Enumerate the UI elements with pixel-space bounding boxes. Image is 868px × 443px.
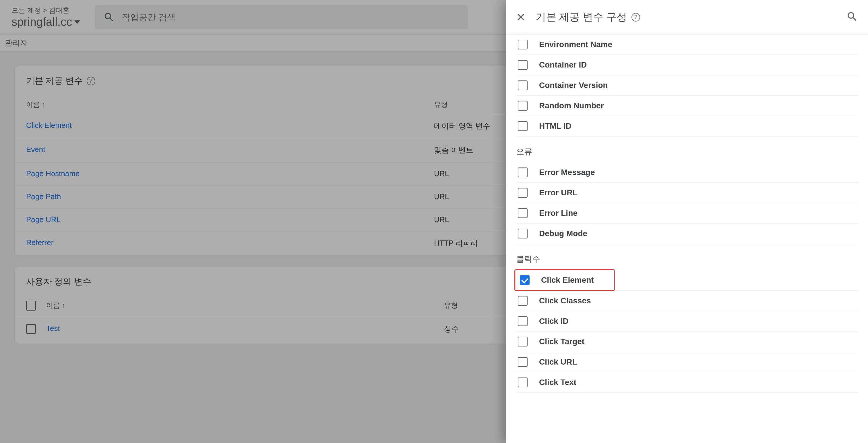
variable-option-label: Error Message bbox=[539, 168, 595, 177]
variable-option-label: Random Number bbox=[539, 101, 604, 110]
checkbox[interactable] bbox=[518, 101, 528, 111]
section-title: 오류 bbox=[516, 146, 858, 157]
checkbox[interactable] bbox=[518, 121, 528, 131]
checkbox[interactable] bbox=[518, 378, 528, 387]
variable-option-row[interactable]: Random Number bbox=[516, 96, 858, 116]
panel-search-button[interactable] bbox=[846, 11, 858, 24]
variable-option-label: HTML ID bbox=[539, 121, 571, 131]
section-title: 클릭수 bbox=[516, 254, 858, 265]
variable-option-label: Debug Mode bbox=[539, 229, 587, 238]
help-icon[interactable]: ? bbox=[631, 13, 640, 22]
variable-option-label: Environment Name bbox=[539, 40, 612, 49]
variable-option-label: Error Line bbox=[539, 209, 578, 218]
checkbox[interactable] bbox=[518, 357, 528, 367]
variable-option-label: Click Target bbox=[539, 337, 584, 346]
panel-title-text: 기본 제공 변수 구성 bbox=[536, 10, 627, 24]
variable-option-label: Click Classes bbox=[539, 296, 591, 305]
variable-option-row[interactable]: Debug Mode bbox=[516, 224, 858, 244]
variable-option-label: Click URL bbox=[539, 357, 577, 366]
highlighted-option: Click Element bbox=[515, 269, 615, 291]
panel-header: ✕ 기본 제공 변수 구성 ? bbox=[506, 0, 868, 34]
variable-option-label: Click ID bbox=[539, 317, 569, 326]
variable-option-label: Error URL bbox=[539, 188, 578, 197]
close-icon[interactable]: ✕ bbox=[516, 11, 526, 23]
configure-builtin-panel: ✕ 기본 제공 변수 구성 ? Environment NameContaine… bbox=[506, 0, 868, 443]
variable-option-label: Container ID bbox=[539, 60, 587, 69]
variable-option-row[interactable]: Click Text bbox=[516, 372, 858, 393]
variable-option-label: Click Text bbox=[539, 378, 577, 387]
variable-option-label: Click Element bbox=[541, 275, 594, 285]
variable-option-row[interactable]: Click ID bbox=[516, 311, 858, 331]
checkbox[interactable] bbox=[518, 229, 528, 238]
variable-option-row[interactable]: Error Message bbox=[516, 162, 858, 183]
checkbox[interactable] bbox=[518, 337, 528, 347]
panel-body: Environment NameContainer IDContainer Ve… bbox=[506, 34, 868, 443]
variable-option-row[interactable]: Error URL bbox=[516, 183, 858, 203]
checkbox[interactable] bbox=[520, 275, 530, 285]
variable-option-row[interactable]: Container Version bbox=[516, 75, 858, 96]
checkbox[interactable] bbox=[518, 208, 528, 218]
checkbox[interactable] bbox=[518, 60, 528, 70]
checkbox[interactable] bbox=[518, 168, 528, 177]
variable-option-row[interactable]: Click Classes bbox=[516, 291, 858, 311]
checkbox[interactable] bbox=[518, 296, 528, 306]
checkbox[interactable] bbox=[518, 40, 528, 50]
variable-option-row[interactable]: Error Line bbox=[516, 203, 858, 224]
panel-title: 기본 제공 변수 구성 ? bbox=[536, 10, 640, 24]
search-icon bbox=[846, 11, 858, 23]
variable-option-row[interactable]: Click Target bbox=[516, 331, 858, 352]
checkbox[interactable] bbox=[518, 81, 528, 90]
variable-option-row[interactable]: Click Element bbox=[516, 270, 858, 291]
checkbox[interactable] bbox=[518, 316, 528, 326]
variable-option-row[interactable]: Click URL bbox=[516, 352, 858, 372]
variable-option-row[interactable]: HTML ID bbox=[516, 116, 858, 137]
variable-option-row[interactable]: Environment Name bbox=[516, 34, 858, 55]
checkbox[interactable] bbox=[518, 188, 528, 198]
variable-option-row[interactable]: Container ID bbox=[516, 55, 858, 75]
variable-option-label: Container Version bbox=[539, 81, 608, 90]
